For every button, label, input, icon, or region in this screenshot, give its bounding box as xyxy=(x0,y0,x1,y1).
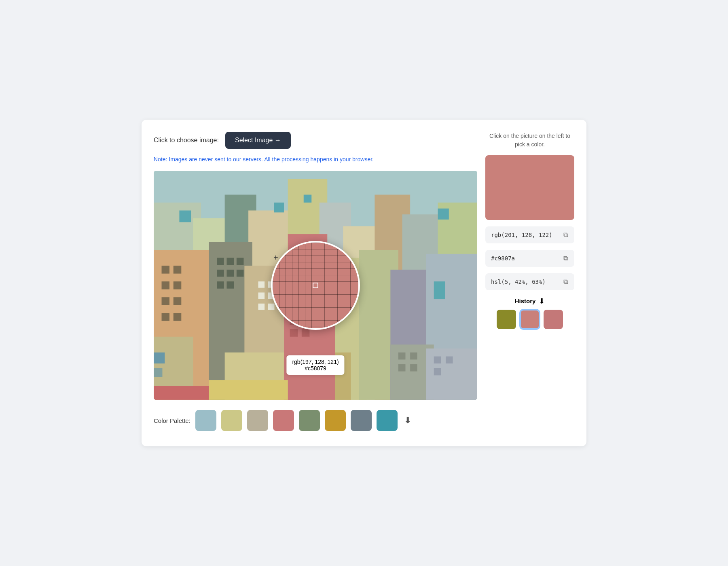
svg-rect-35 xyxy=(226,269,234,277)
svg-rect-39 xyxy=(331,273,340,282)
svg-rect-74 xyxy=(302,329,310,337)
palette-swatch[interactable] xyxy=(351,410,372,431)
svg-rect-46 xyxy=(296,264,304,272)
copy-rgb-button[interactable]: ⧉ xyxy=(563,230,569,239)
download-history-button[interactable]: ⬇ xyxy=(539,297,545,306)
privacy-note: Note: Images are never sent to our serve… xyxy=(154,155,477,164)
svg-rect-32 xyxy=(226,258,234,265)
svg-rect-29 xyxy=(162,313,170,321)
svg-rect-68 xyxy=(434,368,441,375)
svg-rect-52 xyxy=(258,292,265,299)
history-label: History xyxy=(515,298,536,304)
left-panel: Click to choose image: Select Image → No… xyxy=(154,132,477,435)
svg-rect-64 xyxy=(398,364,406,372)
svg-rect-11 xyxy=(179,210,191,222)
color-preview-swatch xyxy=(485,155,574,220)
tooltip-hex: #c58079 xyxy=(292,365,339,372)
svg-rect-49 xyxy=(258,281,265,288)
svg-rect-77 xyxy=(154,352,165,363)
svg-rect-66 xyxy=(434,356,441,363)
svg-rect-45 xyxy=(307,250,315,258)
svg-rect-25 xyxy=(162,281,170,289)
svg-rect-14 xyxy=(438,208,449,219)
svg-rect-38 xyxy=(226,281,234,289)
color-palette-row: Color Palette: ⬇ xyxy=(154,407,477,434)
svg-rect-36 xyxy=(237,269,244,277)
svg-rect-24 xyxy=(174,266,182,274)
pixel-tooltip: rgb(197, 128, 121) #c58079 xyxy=(286,355,344,375)
hex-value-text: #c9807a xyxy=(491,255,559,262)
svg-rect-76 xyxy=(209,380,288,400)
palette-swatch[interactable] xyxy=(273,410,294,431)
tooltip-rgb: rgb(197, 128, 121) xyxy=(292,359,339,365)
copy-hsl-button[interactable]: ⧉ xyxy=(563,277,569,286)
select-image-button[interactable]: Select Image → xyxy=(225,132,291,149)
svg-rect-31 xyxy=(217,258,224,265)
right-instruction: Click on the picture on the left to pick… xyxy=(485,132,574,149)
svg-rect-54 xyxy=(258,303,265,310)
svg-rect-71 xyxy=(302,317,310,325)
svg-rect-63 xyxy=(410,352,417,359)
palette-swatch[interactable] xyxy=(377,410,398,431)
hsl-value-row: hsl(5, 42%, 63%) ⧉ xyxy=(485,273,574,290)
svg-rect-48 xyxy=(296,277,304,285)
svg-rect-42 xyxy=(343,287,351,296)
choose-image-label: Click to choose image: xyxy=(154,137,219,144)
download-palette-button[interactable]: ⬇ xyxy=(404,415,411,426)
hsl-value-text: hsl(5, 42%, 63%) xyxy=(491,279,559,285)
copy-hex-button[interactable]: ⧉ xyxy=(563,254,569,263)
palette-swatch[interactable] xyxy=(299,410,320,431)
svg-rect-23 xyxy=(162,266,170,274)
main-container: Click to choose image: Select Image → No… xyxy=(142,120,586,447)
svg-rect-28 xyxy=(174,297,182,305)
svg-rect-33 xyxy=(237,258,244,265)
svg-rect-78 xyxy=(154,368,162,376)
image-canvas[interactable]: + rgb(197, 128, 121) #c58079 xyxy=(154,170,477,401)
svg-rect-41 xyxy=(331,287,340,296)
palette-label: Color Palette: xyxy=(154,417,190,424)
history-swatch[interactable] xyxy=(544,310,563,329)
svg-rect-67 xyxy=(446,356,453,363)
svg-rect-47 xyxy=(307,264,315,272)
svg-rect-70 xyxy=(290,317,298,325)
svg-rect-34 xyxy=(217,269,224,277)
svg-rect-65 xyxy=(410,364,417,372)
svg-rect-62 xyxy=(398,352,406,359)
rgb-value-text: rgb(201, 128, 122) xyxy=(491,232,559,238)
svg-rect-60 xyxy=(426,348,477,400)
svg-rect-27 xyxy=(162,297,170,305)
svg-rect-44 xyxy=(296,250,304,258)
header-row: Click to choose image: Select Image → xyxy=(154,132,477,149)
palette-swatches xyxy=(195,410,398,431)
svg-rect-55 xyxy=(268,303,275,310)
history-section: History ⬇ xyxy=(485,297,574,329)
svg-rect-53 xyxy=(268,292,275,299)
svg-rect-50 xyxy=(268,281,275,288)
svg-rect-72 xyxy=(313,317,322,325)
svg-rect-75 xyxy=(154,386,209,399)
svg-rect-26 xyxy=(174,281,182,289)
svg-rect-51 xyxy=(278,281,284,288)
svg-rect-13 xyxy=(304,194,312,203)
right-panel: Click on the picture on the left to pick… xyxy=(485,132,574,435)
svg-rect-73 xyxy=(290,329,298,337)
palette-swatch[interactable] xyxy=(325,410,346,431)
history-header: History ⬇ xyxy=(485,297,574,306)
svg-rect-40 xyxy=(343,273,351,282)
svg-rect-12 xyxy=(274,203,284,212)
palette-swatch[interactable] xyxy=(221,410,242,431)
history-swatches xyxy=(485,310,574,329)
svg-rect-37 xyxy=(217,281,224,289)
svg-rect-30 xyxy=(174,313,182,321)
hex-value-row: #c9807a ⧉ xyxy=(485,250,574,267)
svg-rect-56 xyxy=(434,281,445,299)
history-swatch[interactable] xyxy=(497,310,516,329)
rgb-value-row: rgb(201, 128, 122) ⧉ xyxy=(485,226,574,243)
palette-swatch[interactable] xyxy=(195,410,216,431)
svg-rect-43 xyxy=(331,301,340,310)
palette-swatch[interactable] xyxy=(247,410,268,431)
history-swatch[interactable] xyxy=(520,310,540,329)
